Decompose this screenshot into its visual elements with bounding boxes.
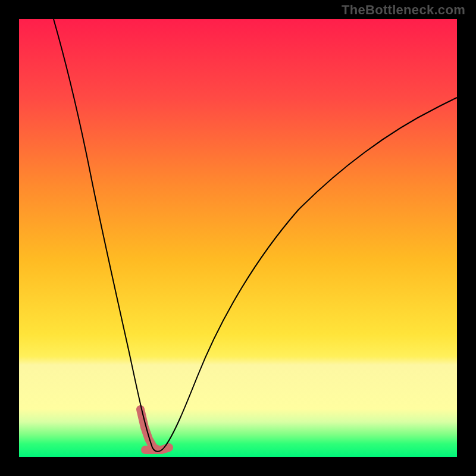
- valley-highlight-bottom: [145, 447, 169, 450]
- chart-frame: TheBottleneck.com: [0, 0, 476, 476]
- bottleneck-curve-svg: [19, 19, 457, 457]
- valley-highlight: [140, 409, 169, 450]
- plot-area: [19, 19, 457, 457]
- bottleneck-curve-path: [54, 19, 457, 452]
- watermark-text: TheBottleneck.com: [342, 2, 465, 18]
